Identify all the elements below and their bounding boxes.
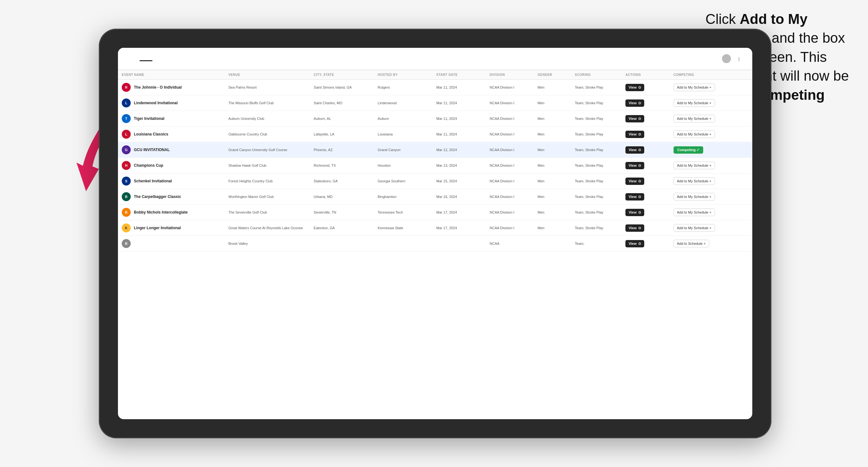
tournaments-table: EVENT NAME VENUE CITY, STATE HOSTED BY S… [118, 70, 752, 251]
table-body: R The Johnnie - O Individual Sea Palms R… [118, 80, 752, 251]
start-date-cell: Mar 11, 2024 [433, 127, 486, 142]
gender-cell: Men [534, 158, 571, 174]
city-cell: Saint Simons Island, GA [310, 80, 374, 95]
venue-cell: Great Waters Course At Reynolds Lake Oco… [225, 220, 310, 236]
view-icon: ⊙ [638, 117, 641, 121]
division-cell: NCAA Division I [486, 127, 534, 142]
add-to-schedule-button[interactable]: Add to Schedule + [674, 240, 709, 247]
view-icon: ⊙ [638, 179, 641, 183]
team-logo: S [122, 177, 131, 186]
team-logo: R [122, 83, 131, 92]
event-name-cell: G GCU INVITATIONAL [122, 145, 221, 154]
event-name-text: The Carpetbagger Classic [134, 194, 181, 199]
actions-cell: View ⊙ [622, 127, 670, 142]
col-header-venue: VENUE [225, 70, 310, 80]
add-to-schedule-button[interactable]: Add to My Schedule + [674, 162, 715, 169]
add-to-schedule-button[interactable]: Add to My Schedule + [674, 115, 715, 122]
event-name-cell: B [122, 239, 221, 248]
venue-cell: The Missouri Bluffs Golf Club [225, 95, 310, 111]
start-date-cell: Mar 16, 2024 [433, 189, 486, 205]
view-button[interactable]: View ⊙ [625, 146, 644, 154]
gender-cell: Men [534, 127, 571, 142]
actions-cell: View ⊙ [622, 80, 670, 95]
view-button[interactable]: View ⊙ [625, 84, 644, 91]
table-row: L Lindenwood Invitational The Missouri B… [118, 95, 752, 111]
col-header-gender: GENDER [534, 70, 571, 80]
venue-cell: Forest Heights Country Club [225, 174, 310, 189]
add-to-schedule-button[interactable]: Add to My Schedule + [674, 130, 715, 138]
city-cell: Lafayette, LA [310, 127, 374, 142]
competing-cell: Add to My Schedule + [670, 95, 752, 111]
scoring-cell: Team, Stroke Play [571, 111, 622, 127]
event-name-cell: T Tiger Invitational [122, 114, 221, 123]
event-name-cell: H Champions Cup [122, 161, 221, 170]
nav-tab-tournaments[interactable] [140, 56, 152, 61]
venue-cell: The Sevierville Golf Club [225, 205, 310, 220]
competing-button[interactable]: Competing ✓ [674, 146, 704, 154]
table-row: T Tiger Invitational Auburn University C… [118, 111, 752, 127]
actions-cell: View ⊙ [622, 220, 670, 236]
add-to-schedule-button[interactable]: Add to My Schedule + [674, 99, 715, 107]
event-name-cell: K Linger Longer Invitational [122, 223, 221, 232]
event-name-text: Linger Longer Invitational [134, 226, 181, 230]
city-cell: Phoenix, AZ [310, 142, 374, 158]
city-cell: Eatonton, GA [310, 220, 374, 236]
gender-cell: Men [534, 111, 571, 127]
team-logo: T [122, 114, 131, 123]
view-button[interactable]: View ⊙ [625, 162, 644, 169]
add-to-schedule-button[interactable]: Add to My Schedule + [674, 224, 715, 232]
division-cell: NCAA Division I [486, 220, 534, 236]
view-button[interactable]: View ⊙ [625, 131, 644, 138]
hosted-by-cell: Binghamton [374, 189, 433, 205]
competing-cell: Add to My Schedule + [670, 158, 752, 174]
add-to-schedule-button[interactable]: Add to My Schedule + [674, 193, 715, 200]
actions-cell: View ⊙ [622, 205, 670, 220]
city-cell: Sevierville, TN [310, 205, 374, 220]
view-button[interactable]: View ⊙ [625, 240, 644, 247]
view-button[interactable]: View ⊙ [625, 224, 644, 232]
competing-cell: Competing ✓ [670, 142, 752, 158]
add-to-schedule-button[interactable]: Add to My Schedule + [674, 177, 715, 185]
hosted-by-cell: Georgia Southern [374, 174, 433, 189]
view-button[interactable]: View ⊙ [625, 115, 644, 122]
actions-cell: View ⊙ [622, 111, 670, 127]
table-row: B The Carpetbagger Classic Worthington M… [118, 189, 752, 205]
event-name-text: Lindenwood Invitational [134, 101, 178, 105]
team-logo: H [122, 161, 131, 170]
event-name-cell: R The Johnnie - O Individual [122, 83, 221, 92]
scoring-cell: Team, Stroke Play [571, 142, 622, 158]
team-logo: B [122, 239, 131, 248]
scoring-cell: Team, Stroke Play [571, 189, 622, 205]
main-navigation [140, 56, 165, 61]
view-button[interactable]: View ⊙ [625, 178, 644, 185]
col-header-competing: COMPETING [670, 70, 752, 80]
tournaments-table-container: EVENT NAME VENUE CITY, STATE HOSTED BY S… [118, 70, 752, 419]
table-row: G GCU INVITATIONAL Grand Canyon Universi… [118, 142, 752, 158]
event-name-text: GCU INVITATIONAL [134, 148, 169, 152]
table-header-row: EVENT NAME VENUE CITY, STATE HOSTED BY S… [118, 70, 752, 80]
event-name-text: Champions Cup [134, 163, 163, 168]
view-icon: ⊙ [638, 101, 641, 105]
view-button[interactable]: View ⊙ [625, 193, 644, 200]
view-button[interactable]: View ⊙ [625, 209, 644, 216]
gender-cell: Men [534, 95, 571, 111]
division-cell: NCAA Division I [486, 189, 534, 205]
hosted-by-cell: Tennessee Tech [374, 205, 433, 220]
event-name-text: Tiger Invitational [134, 116, 164, 121]
view-button[interactable]: View ⊙ [625, 99, 644, 107]
scoring-cell: Team, [571, 236, 622, 251]
competing-cell: Add to My Schedule + [670, 174, 752, 189]
actions-cell: View ⊙ [622, 95, 670, 111]
scoring-cell: Team, Stroke Play [571, 95, 622, 111]
competing-cell: Add to My Schedule + [670, 205, 752, 220]
venue-cell: Grand Canyon University Golf Course [225, 142, 310, 158]
add-to-schedule-button[interactable]: Add to My Schedule + [674, 84, 715, 91]
event-name-cell: L Lindenwood Invitational [122, 98, 221, 107]
start-date-cell: Mar 11, 2024 [433, 95, 486, 111]
nav-tab-teams[interactable] [152, 56, 165, 61]
gender-cell: Men [534, 220, 571, 236]
view-icon: ⊙ [638, 86, 641, 90]
actions-cell: View ⊙ [622, 174, 670, 189]
table-row: B Brook ValleyNCAATeam, View ⊙ Add to Sc… [118, 236, 752, 251]
add-to-schedule-button[interactable]: Add to My Schedule + [674, 209, 715, 216]
